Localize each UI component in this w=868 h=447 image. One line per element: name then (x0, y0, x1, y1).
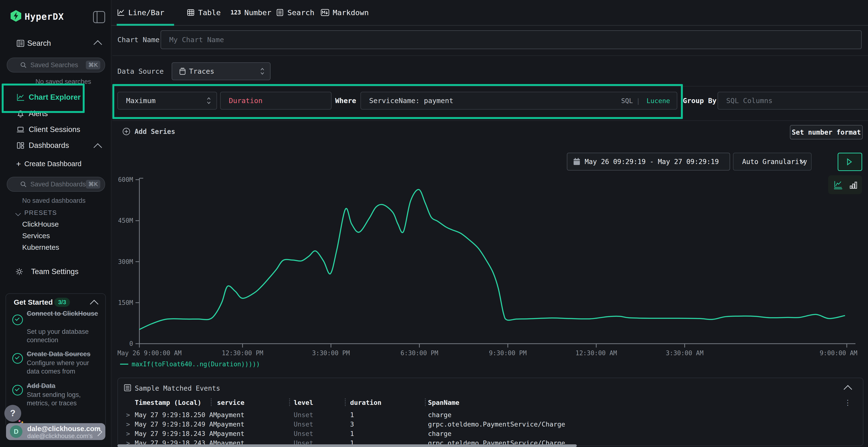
col-service[interactable]: service (217, 399, 245, 406)
help-button[interactable]: ? (4, 405, 21, 422)
row-expand-chevron[interactable]: > (126, 411, 130, 419)
check-circle-icon (12, 353, 23, 364)
cell-duration: 1 (350, 430, 354, 437)
line-chart[interactable]: 0150M300M450M600MMay 26 9:00:00 AM12:30:… (112, 0, 868, 366)
chevron-down-icon (16, 211, 21, 216)
get-started-item[interactable]: Connect to ClickHouse Set up your databa… (6, 309, 105, 350)
presets-header[interactable]: PRESETS (17, 209, 57, 216)
events-title: Sample Matched Events (135, 384, 220, 392)
get-started-item[interactable]: Create Data Sources Configure where your… (6, 350, 105, 381)
collapse-events-icon[interactable] (844, 385, 852, 393)
get-started-item[interactable]: Add Data Start sending logs, metrics, or… (6, 381, 105, 412)
row-expand-chevron[interactable]: > (126, 430, 130, 437)
preset-clickhouse[interactable]: ClickHouse (22, 220, 59, 228)
preset-kubernetes[interactable]: Kubernetes (22, 243, 59, 251)
annotation-box-chart-explorer (2, 83, 85, 113)
cell-duration: 3 (350, 420, 354, 428)
svg-text:May 26 9:00:00 AM: May 26 9:00:00 AM (117, 349, 182, 357)
row-expand-chevron[interactable]: > (126, 420, 130, 428)
cell-timestamp: May 27 9:29:18.249 AM (135, 420, 217, 428)
column-resize-handle[interactable] (425, 398, 426, 406)
svg-text:12:30:00 AM: 12:30:00 AM (576, 349, 617, 357)
cell-duration: 1 (350, 411, 354, 419)
svg-text:12:30:00 PM: 12:30:00 PM (222, 349, 263, 357)
user-chip[interactable]: D dale@clickhouse.com dale@clickhouse.co… (6, 423, 105, 440)
avatar: D (10, 425, 23, 438)
search-icon (20, 61, 27, 69)
plus-icon: + (16, 159, 21, 169)
legend-line-swatch (120, 364, 128, 365)
col-duration[interactable]: duration (350, 399, 381, 406)
svg-text:300M: 300M (118, 258, 133, 265)
check-circle-icon (12, 314, 23, 325)
legend-series-name: maxIf(toFloat640..ng(Duration))))) (132, 360, 260, 368)
col-level[interactable]: level (294, 399, 313, 406)
get-started-badge: 3/3 (54, 298, 70, 307)
svg-text:150M: 150M (118, 299, 133, 306)
svg-text:3:30:00 PM: 3:30:00 PM (312, 349, 350, 357)
chevron-up-icon (94, 143, 102, 152)
svg-text:0: 0 (129, 340, 133, 347)
user-email: dale@clickhouse.com (27, 425, 100, 433)
svg-text:450M: 450M (118, 217, 133, 224)
user-subtitle: dale@clickhouse.com's (27, 432, 93, 440)
svg-text:9:30:00 PM: 9:30:00 PM (489, 349, 527, 357)
cell-level: Unset (294, 411, 313, 419)
saved-dashboards-input[interactable]: Saved Dashboards ⌘K (7, 177, 105, 192)
column-resize-handle[interactable] (211, 398, 212, 406)
column-resize-handle[interactable] (289, 398, 290, 406)
col-timestamp[interactable]: Timestamp (Local) (135, 399, 201, 406)
kbd-shortcut: ⌘K (86, 61, 100, 69)
col-spanname[interactable]: SpanName (428, 399, 459, 406)
cell-service: payment (217, 420, 245, 428)
svg-text:9:00:00 AM: 9:00:00 AM (819, 349, 858, 357)
svg-text:600M: 600M (118, 176, 133, 183)
horizontal-scrollbar[interactable] (117, 444, 577, 447)
check-circle-icon (12, 385, 23, 396)
cell-spanname: charge (428, 411, 452, 419)
hyperdx-app: HyperDX Search Saved Searches ⌘K No save… (0, 0, 868, 447)
search-icon (20, 181, 27, 188)
cell-level: Unset (294, 420, 313, 428)
cell-level: Unset (294, 430, 313, 437)
kbd-shortcut: ⌘K (86, 180, 100, 188)
svg-text:3:30:00 AM: 3:30:00 AM (666, 349, 704, 357)
sidebar-collapse-icon[interactable] (93, 11, 105, 23)
confetti-icon (18, 420, 21, 422)
laptop-icon (16, 125, 25, 134)
kebab-menu-icon[interactable]: ⋮ (844, 398, 851, 407)
chart-legend: maxIf(toFloat640..ng(Duration))))) (120, 360, 260, 368)
sidebar-item-client-sessions[interactable]: Client Sessions (0, 122, 111, 137)
get-started-title: Get Started (14, 298, 53, 306)
no-saved-dashboards-text: No saved dashboards (22, 197, 86, 204)
get-started-panel: Get Started 3/3 Connect to ClickHouse Se… (5, 294, 106, 427)
annotation-box-series-row (112, 84, 683, 119)
search-section-icon (16, 39, 25, 48)
cell-service: payment (217, 430, 245, 437)
gear-icon (15, 267, 24, 276)
column-resize-handle[interactable] (345, 398, 346, 406)
chevron-up-icon[interactable] (90, 300, 98, 308)
saved-searches-input[interactable]: Saved Searches ⌘K (7, 58, 105, 72)
app-title: HyperDX (25, 11, 64, 22)
cell-spanname: grpc.oteldemo.PaymentService/Charge (428, 420, 565, 428)
chevron-up-icon (94, 40, 102, 49)
sidebar: HyperDX Search Saved Searches ⌘K No save… (0, 0, 112, 447)
list-icon (124, 384, 131, 391)
dashboards-icon (16, 141, 25, 150)
cell-service: payment (217, 411, 245, 419)
svg-text:6:30:00 PM: 6:30:00 PM (401, 349, 438, 357)
create-dashboard-button[interactable]: + Create Dashboard (0, 157, 111, 171)
preset-services[interactable]: Services (22, 232, 50, 240)
cell-spanname: charge (428, 430, 452, 437)
cell-timestamp: May 27 9:29:18.243 AM (135, 430, 217, 437)
sidebar-item-team-settings[interactable]: Team Settings (0, 265, 111, 279)
sidebar-section-search[interactable]: Search (0, 36, 111, 51)
main-content: Line/Bar Table 123 Number Search (112, 0, 868, 447)
hyperdx-logo-icon (10, 10, 21, 22)
sample-matched-events-panel: Sample Matched Events Timestamp (Local) … (117, 378, 863, 446)
sidebar-item-dashboards[interactable]: Dashboards (0, 138, 111, 153)
cell-timestamp: May 27 9:29:18.250 AM (135, 411, 217, 419)
